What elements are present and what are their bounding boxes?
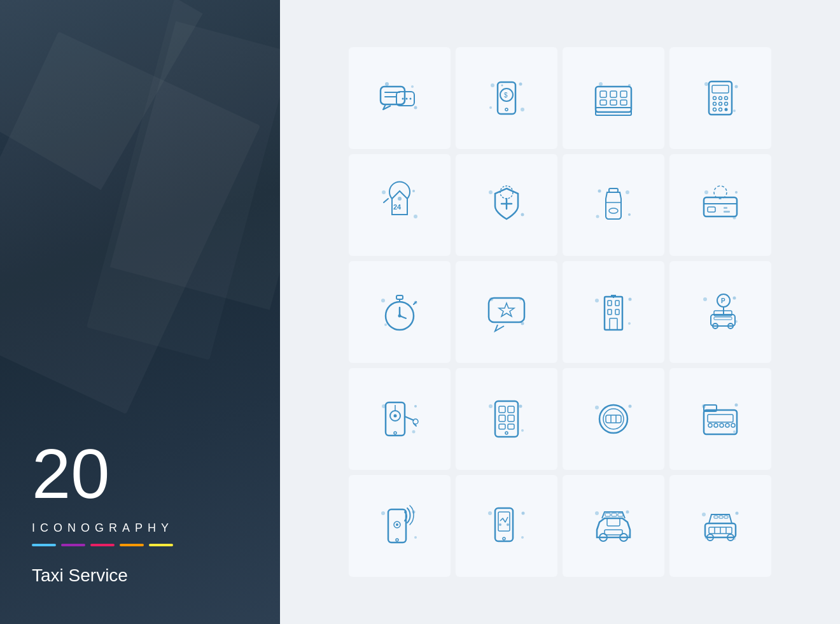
icon-tablet-grid (563, 47, 664, 149)
svg-point-116 (489, 404, 493, 408)
svg-point-145 (381, 511, 385, 515)
svg-rect-26 (600, 100, 606, 105)
svg-point-10 (491, 83, 494, 87)
icon-taxi-parking: P (669, 261, 771, 363)
svg-point-56 (628, 213, 631, 216)
svg-rect-122 (508, 406, 514, 413)
color-bar-yellow (149, 544, 173, 546)
svg-rect-167 (605, 513, 610, 516)
svg-point-42 (725, 108, 728, 111)
svg-rect-179 (724, 516, 728, 518)
svg-point-170 (702, 513, 706, 516)
svg-point-97 (733, 297, 736, 300)
svg-marker-84 (499, 303, 514, 316)
left-panel: 20 ICONOGRAPHY Taxi Service (0, 0, 280, 624)
icon-map-navigation (456, 475, 557, 577)
svg-point-140 (708, 423, 712, 427)
svg-rect-168 (612, 513, 617, 516)
svg-point-1 (414, 106, 417, 110)
svg-point-130 (603, 409, 624, 429)
svg-point-29 (704, 82, 708, 86)
svg-point-18 (501, 85, 503, 87)
svg-point-34 (713, 97, 717, 100)
color-bars (32, 544, 174, 546)
icon-water-bottle (563, 154, 664, 256)
icon-star-chat (456, 261, 557, 363)
svg-rect-25 (620, 91, 627, 97)
icon-credit-card (669, 154, 771, 256)
svg-rect-169 (618, 513, 623, 516)
icon-taxi-meter (669, 368, 771, 470)
svg-text:24: 24 (393, 203, 402, 211)
svg-point-40 (713, 108, 717, 111)
svg-point-159 (507, 523, 509, 526)
svg-rect-69 (724, 211, 730, 213)
svg-point-2 (411, 85, 414, 88)
svg-point-37 (713, 103, 717, 106)
svg-rect-177 (714, 516, 718, 518)
svg-rect-93 (610, 318, 617, 330)
svg-point-161 (626, 511, 629, 514)
svg-line-47 (384, 199, 388, 202)
svg-rect-28 (620, 100, 627, 105)
svg-point-158 (499, 523, 501, 526)
svg-rect-89 (608, 301, 612, 306)
svg-rect-23 (600, 91, 606, 97)
svg-rect-131 (606, 415, 621, 423)
color-bar-pink (90, 544, 115, 546)
svg-rect-166 (605, 530, 622, 535)
svg-point-70 (381, 299, 385, 302)
icon-calculator (669, 47, 771, 149)
svg-point-136 (733, 430, 736, 433)
icon-building (563, 261, 664, 363)
svg-point-54 (598, 190, 601, 193)
svg-rect-27 (610, 100, 617, 105)
icon-taxi-sign-round (563, 368, 664, 470)
svg-point-111 (394, 432, 396, 434)
number-display: 20 (32, 439, 174, 509)
svg-point-153 (522, 512, 525, 515)
svg-point-35 (719, 97, 722, 100)
svg-point-144 (731, 423, 735, 427)
svg-rect-155 (495, 508, 513, 541)
svg-point-128 (629, 405, 632, 408)
svg-rect-83 (489, 298, 524, 322)
svg-point-50 (521, 213, 524, 216)
svg-point-19 (599, 82, 603, 86)
svg-point-147 (414, 536, 417, 539)
svg-point-15 (505, 108, 508, 111)
svg-point-8 (406, 98, 408, 100)
svg-point-149 (396, 539, 398, 541)
svg-point-30 (735, 85, 738, 89)
icon-medical-shield (456, 154, 557, 256)
icon-mobile-grid (456, 368, 557, 470)
svg-rect-178 (719, 516, 723, 518)
svg-rect-124 (508, 415, 514, 422)
svg-point-85 (595, 299, 599, 302)
svg-point-41 (719, 108, 722, 111)
svg-rect-90 (615, 301, 619, 306)
svg-point-9 (410, 98, 412, 100)
svg-point-36 (725, 97, 728, 100)
svg-point-156 (503, 537, 505, 540)
color-bar-purple (61, 544, 85, 546)
svg-point-57 (596, 215, 599, 218)
icon-taxi-top (669, 475, 771, 577)
svg-rect-88 (605, 297, 622, 330)
svg-point-142 (720, 423, 724, 427)
svg-point-154 (521, 536, 524, 539)
svg-point-141 (714, 423, 718, 427)
icon-chat-message (349, 47, 451, 149)
svg-rect-3 (381, 87, 405, 104)
svg-rect-66 (708, 207, 715, 212)
svg-point-151 (396, 523, 398, 526)
svg-rect-92 (615, 309, 619, 315)
svg-point-45 (414, 215, 417, 218)
svg-point-61 (704, 190, 708, 194)
svg-point-108 (414, 405, 417, 408)
svg-point-113 (394, 415, 397, 418)
svg-point-109 (412, 430, 416, 434)
svg-rect-126 (508, 424, 514, 429)
svg-point-13 (521, 108, 524, 111)
svg-point-120 (505, 432, 508, 434)
